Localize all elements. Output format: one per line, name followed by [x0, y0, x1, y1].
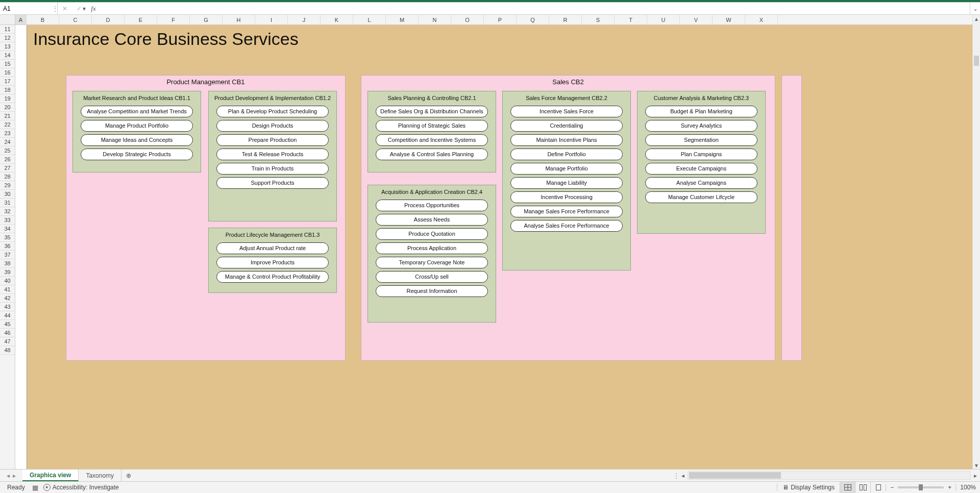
row-header-40[interactable]: 40: [0, 277, 15, 285]
row-header-28[interactable]: 28: [0, 172, 15, 181]
row-header-18[interactable]: 18: [0, 86, 15, 94]
column-header-V[interactable]: V: [680, 15, 713, 24]
row-header-45[interactable]: 45: [0, 320, 15, 329]
zoom-control[interactable]: − +: [886, 484, 955, 491]
row-header-27[interactable]: 27: [0, 164, 15, 172]
capability-pill[interactable]: Improve Products: [216, 257, 329, 268]
row-headers[interactable]: 1112131415161718192021222324252627282930…: [0, 25, 15, 469]
row-header-20[interactable]: 20: [0, 103, 15, 112]
hscroll-split[interactable]: ⋮: [674, 470, 678, 481]
row-header-15[interactable]: 15: [0, 60, 15, 68]
capability-pill[interactable]: Incentive Sales Force: [510, 106, 623, 117]
row-header-41[interactable]: 41: [0, 285, 15, 294]
column-header-A[interactable]: A: [15, 15, 27, 24]
capability-pill[interactable]: Manage Sales Force Performance: [510, 206, 623, 217]
capability-pill[interactable]: Credentialing: [510, 120, 623, 132]
column-header-H[interactable]: H: [223, 15, 255, 24]
vscroll-thumb[interactable]: [974, 56, 979, 66]
column-header-T[interactable]: T: [615, 15, 647, 24]
column-header-M[interactable]: M: [386, 15, 419, 24]
capability-pill[interactable]: Process Application: [376, 242, 488, 254]
column-header-Q[interactable]: Q: [517, 15, 549, 24]
column-header-J[interactable]: J: [288, 15, 321, 24]
capability-pill[interactable]: Produce Quotation: [376, 228, 488, 240]
column-header-D[interactable]: D: [92, 15, 125, 24]
capability-pill[interactable]: Prepare Production: [216, 134, 329, 146]
capability-pill[interactable]: Train in Products: [216, 163, 329, 175]
capability-pill[interactable]: Design Products: [216, 120, 329, 132]
zoom-in-button[interactable]: +: [948, 484, 951, 491]
row-header-43[interactable]: 43: [0, 303, 15, 311]
row-header-33[interactable]: 33: [0, 216, 15, 225]
select-all-corner[interactable]: [0, 15, 15, 25]
column-header-W[interactable]: W: [713, 15, 745, 24]
capability-pill[interactable]: Execute Campaigns: [645, 163, 757, 175]
view-page-break-button[interactable]: [870, 482, 886, 494]
capability-pill[interactable]: Define Sales Org & Distribution Channels: [376, 106, 488, 117]
column-header-X[interactable]: X: [745, 15, 778, 24]
column-header-R[interactable]: R: [549, 15, 582, 24]
column-header-K[interactable]: K: [321, 15, 353, 24]
zoom-slider[interactable]: [898, 486, 944, 488]
capability-pill[interactable]: Manage Ideas and Concepts: [81, 134, 193, 146]
row-header-36[interactable]: 36: [0, 242, 15, 251]
zoom-out-button[interactable]: −: [890, 484, 894, 491]
capability-pill[interactable]: Budget & Plan Marketing: [645, 106, 757, 117]
capability-pill[interactable]: Temporary Coverage Note: [376, 257, 488, 268]
vertical-scrollbar[interactable]: ▴ ▾: [972, 15, 980, 469]
capability-pill[interactable]: Define Portfolio: [510, 149, 623, 160]
capability-pill[interactable]: Plan & Develop Product Scheduling: [216, 106, 329, 117]
row-header-46[interactable]: 46: [0, 329, 15, 337]
capability-pill[interactable]: Incentive Processing: [510, 191, 623, 203]
row-header-16[interactable]: 16: [0, 68, 15, 77]
display-settings-button[interactable]: 🖥 Display Settings: [777, 484, 840, 491]
row-header-47[interactable]: 47: [0, 337, 15, 346]
zoom-readout[interactable]: 100%: [955, 484, 980, 491]
capability-pill[interactable]: Plan Campaigns: [645, 149, 757, 160]
capability-pill[interactable]: Cross/Up sell: [376, 271, 488, 283]
row-header-21[interactable]: 21: [0, 112, 15, 120]
column-header-C[interactable]: C: [59, 15, 92, 24]
scroll-up-button[interactable]: ▴: [973, 15, 980, 22]
sheet-nav-buttons[interactable]: ◂▸: [0, 470, 22, 481]
row-header-34[interactable]: 34: [0, 225, 15, 233]
scroll-down-button[interactable]: ▾: [973, 461, 980, 469]
macro-recorder-icon[interactable]: ▦: [32, 484, 38, 491]
row-header-32[interactable]: 32: [0, 207, 15, 216]
row-header-22[interactable]: 22: [0, 120, 15, 129]
sheet-tab-taxonomy[interactable]: Taxonomy: [79, 470, 121, 481]
capability-pill[interactable]: Analyse Campaigns: [645, 177, 757, 189]
add-sheet-button[interactable]: ⊕: [121, 470, 136, 481]
row-header-12[interactable]: 12: [0, 34, 15, 42]
column-header-P[interactable]: P: [484, 15, 517, 24]
row-header-26[interactable]: 26: [0, 155, 15, 164]
capability-pill[interactable]: Manage Customer Lifcycle: [645, 191, 757, 203]
row-header-23[interactable]: 23: [0, 129, 15, 138]
capability-pill[interactable]: Maintain Incentive Plans: [510, 134, 623, 146]
view-normal-button[interactable]: [840, 482, 855, 494]
row-header-30[interactable]: 30: [0, 190, 15, 199]
capability-pill[interactable]: Support Products: [216, 177, 329, 189]
column-header-O[interactable]: O: [451, 15, 484, 24]
capability-pill[interactable]: Assess Needs: [376, 214, 488, 226]
capability-pill[interactable]: Request Information: [376, 285, 488, 297]
capability-pill[interactable]: Manage & Control Product Profitability: [216, 271, 329, 283]
formula-input[interactable]: [101, 3, 970, 14]
view-page-layout-button[interactable]: [855, 482, 870, 494]
capability-pill[interactable]: Analyse Competition and Market Trends: [81, 106, 193, 117]
insert-function-button[interactable]: fx: [86, 3, 101, 14]
column-header-L[interactable]: L: [353, 15, 386, 24]
capability-pill[interactable]: Analyse Sales Force Performance: [510, 220, 623, 232]
row-header-11[interactable]: 11: [0, 25, 15, 34]
column-header-N[interactable]: N: [419, 15, 451, 24]
capability-pill[interactable]: Segmentation: [645, 134, 757, 146]
row-header-31[interactable]: 31: [0, 199, 15, 207]
capability-pill[interactable]: Manage Product Portfolio: [81, 120, 193, 132]
sheet-tab-graphica-view[interactable]: Graphica view: [22, 470, 79, 481]
capability-pill[interactable]: Manage Portfolio: [510, 163, 623, 175]
column-header-F[interactable]: F: [157, 15, 190, 24]
column-header-E[interactable]: E: [125, 15, 157, 24]
capability-pill[interactable]: Survey Analytics: [645, 120, 757, 132]
capability-pill[interactable]: Analyse & Control Sales Planning: [376, 149, 488, 160]
row-header-14[interactable]: 14: [0, 51, 15, 60]
